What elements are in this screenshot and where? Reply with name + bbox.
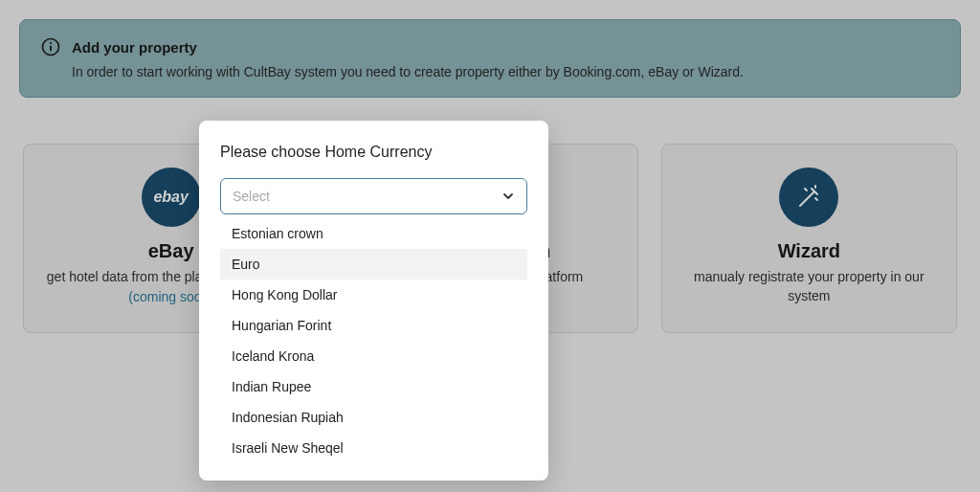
chevron-down-icon [501,190,515,203]
currency-dropdown: Estonian crownEuroHong Kong DollarHungar… [220,218,527,463]
currency-option[interactable]: Hungarian Forint [220,310,527,341]
currency-option[interactable]: Indonesian Rupiah [220,402,527,433]
currency-option[interactable]: Israeli New Sheqel [220,433,527,463]
select-placeholder: Select [233,189,270,204]
currency-option[interactable]: Hong Kong Dollar [220,280,527,310]
currency-option[interactable]: Indian Rupee [220,371,527,402]
modal-title: Please choose Home Currency [220,144,527,161]
currency-option[interactable]: Iceland Krona [220,341,527,371]
currency-option[interactable]: Estonian crown [220,218,527,249]
currency-select[interactable]: Select [220,178,527,214]
currency-modal: Please choose Home Currency Select Eston… [199,121,548,481]
currency-option[interactable]: Euro [220,249,527,280]
